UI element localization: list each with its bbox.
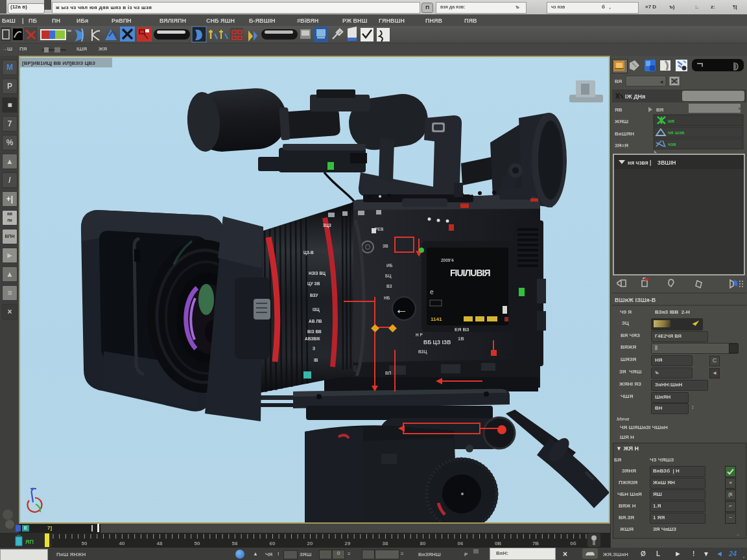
svg-text:38: 38 — [383, 541, 388, 546]
svg-text:ВЗ: ВЗ — [386, 284, 392, 288]
svg-text:48: 48 — [157, 541, 163, 546]
svg-text:НБ: НБ — [384, 296, 390, 300]
svg-text:2009'4: 2009'4 — [441, 258, 454, 262]
svg-text:ЕЯ ВЗ: ЕЯ ВЗ — [455, 327, 469, 332]
svg-text:чя шзв: чя шзв — [668, 130, 685, 135]
svg-text:40: 40 — [119, 541, 125, 546]
svg-text:ЯП: ЯП — [25, 539, 34, 545]
svg-text:ЖЯШ: ЖЯШ — [614, 119, 628, 124]
svg-text:e: e — [430, 288, 434, 296]
svg-text:◄: ◄ — [659, 79, 664, 85]
svg-text:чзв: чзв — [668, 141, 676, 147]
svg-text:АВЗВІК: АВЗВІК — [305, 336, 320, 341]
svg-text:ВЗЦ: ВЗЦ — [418, 349, 427, 355]
svg-text:0В: 0В — [495, 541, 501, 546]
svg-text:←: ← — [395, 302, 408, 316]
svg-text:1В: 1В — [458, 336, 464, 342]
svg-text:ЯВ: ЯВ — [615, 107, 622, 113]
svg-text:ВЗУ: ВЗУ — [310, 293, 318, 298]
svg-text:7В: 7В — [532, 541, 539, 546]
svg-text:ВП: ВП — [385, 371, 392, 375]
svg-text:60: 60 — [270, 541, 276, 546]
svg-text:06: 06 — [458, 541, 464, 546]
svg-text:ІЖ ДНя: ІЖ ДНя — [625, 93, 645, 100]
svg-text:ЦЗ-В: ЦЗ-В — [303, 250, 314, 255]
svg-text:ЗВ: ЗВ — [383, 244, 388, 248]
svg-text:58: 58 — [232, 541, 238, 546]
svg-text:[ВР]ИВ1ИЦ| ВВ ИЛ]ВЗІЗ ЦВЗ: [ВР]ИВ1ИЦ| ВВ ИЛ]ВЗІЗ ЦВЗ — [22, 60, 95, 66]
svg-text:ВЯ: ВЯ — [615, 78, 622, 84]
svg-text:0б: 0б — [570, 541, 576, 546]
svg-text:ЦУ ЗВ: ЦУ ЗВ — [307, 281, 320, 286]
svg-text:29: 29 — [345, 541, 351, 546]
svg-text:ЗЦЗ: ЗЦЗ — [323, 223, 331, 228]
svg-text:+: + — [738, 106, 741, 112]
svg-text:ВяШЯН: ВяШЯН — [615, 131, 634, 137]
svg-text:БЦ: БЦ — [385, 274, 392, 279]
svg-text:50: 50 — [82, 541, 88, 546]
svg-text:1141: 1141 — [431, 316, 442, 322]
svg-text:ВБ ЦЗ ІЗВ: ВБ ЦЗ ІЗВ — [423, 339, 451, 345]
svg-text:З: З — [313, 346, 315, 351]
svg-text:шв: шв — [668, 119, 675, 123]
svg-text:ІЗЦ: ІЗЦ — [313, 307, 320, 312]
svg-text:ВШяЖ ІЗШя-В: ВШяЖ ІЗШя-В — [615, 297, 656, 303]
svg-text:ВІЗ ВВ: ВІЗ ВВ — [307, 329, 322, 334]
svg-text:Н Р: Н Р — [416, 332, 423, 337]
svg-text:ВЯ: ВЯ — [656, 107, 664, 113]
svg-text:АВ ЛВ: АВ ЛВ — [309, 319, 322, 323]
svg-text:ИБ: ИБ — [386, 263, 393, 268]
svg-text:FIUIЛUBIЯ: FIUIЛUBIЯ — [450, 268, 490, 278]
svg-text:НЗІЗ ВЦ: НЗІЗ ВЦ — [309, 271, 326, 276]
svg-text:ня чзвя | ЗВШІН: ня чзвя | ЗВШІН — [628, 159, 676, 166]
svg-text:ЗЯ=Я: ЗЯ=Я — [615, 143, 628, 148]
svg-text:50: 50 — [195, 541, 200, 546]
svg-text:20: 20 — [307, 541, 313, 546]
svg-text:РЕВ: РЕВ — [375, 227, 384, 231]
svg-text:80: 80 — [420, 541, 426, 546]
svg-text:ІВ: ІВ — [314, 358, 318, 362]
